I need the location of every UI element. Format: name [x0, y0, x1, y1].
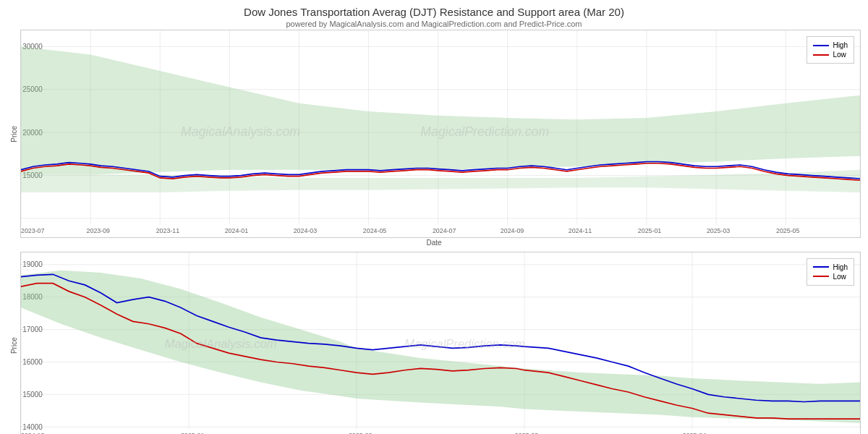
svg-text:2024-09: 2024-09: [501, 227, 524, 234]
bottom-legend-low: Low: [813, 273, 848, 281]
top-high-label: High: [833, 41, 848, 49]
charts-container: Price: [0, 30, 868, 434]
svg-text:2025-03: 2025-03: [707, 227, 730, 234]
bottom-chart-wrapper: Price: [7, 252, 861, 434]
svg-text:2024-01: 2024-01: [225, 227, 248, 234]
bottom-chart-inner: 19000 18000 17000 16000 15000 14000 2024…: [21, 252, 860, 434]
bottom-chart-svg: 19000 18000 17000 16000 15000 14000 2024…: [21, 252, 860, 434]
top-legend-low: Low: [813, 51, 848, 59]
svg-text:2024-05: 2024-05: [363, 227, 386, 234]
svg-text:2024-11: 2024-11: [569, 227, 592, 234]
svg-text:2024-12: 2024-12: [21, 431, 44, 434]
svg-text:2025-04: 2025-04: [683, 431, 706, 434]
svg-text:16000: 16000: [22, 357, 43, 365]
top-x-axis-label: Date: [7, 238, 861, 247]
bottom-high-line: [813, 266, 829, 268]
svg-text:2025-01: 2025-01: [181, 431, 204, 434]
top-chart-inner: 30000 25000 20000 15000 2023-07 2023-09 …: [21, 30, 860, 237]
bottom-high-label: High: [833, 263, 848, 271]
svg-marker-34: [21, 46, 860, 174]
subtitle: powered by MagicalAnalysis.com and Magic…: [0, 20, 868, 28]
svg-text:MagicalPrediction.com: MagicalPrediction.com: [404, 337, 525, 351]
top-low-line: [813, 54, 829, 56]
top-low-label: Low: [833, 51, 846, 59]
svg-text:2023-09: 2023-09: [87, 227, 110, 234]
main-title: Dow Jones Transportation Averag (DJT) Re…: [0, 6, 868, 18]
top-high-line: [813, 45, 829, 46]
svg-text:2025-05: 2025-05: [776, 227, 799, 234]
svg-text:17000: 17000: [22, 326, 43, 333]
top-y-axis-label: Price: [7, 30, 20, 238]
svg-text:15000: 15000: [22, 390, 43, 398]
bottom-y-axis-label: Price: [7, 252, 20, 434]
svg-text:14000: 14000: [22, 422, 43, 430]
bottom-chart-area: 19000 18000 17000 16000 15000 14000 2024…: [20, 252, 861, 434]
svg-text:2025-01: 2025-01: [638, 227, 661, 234]
bottom-legend-high: High: [813, 263, 848, 271]
svg-text:2024-07: 2024-07: [433, 227, 456, 234]
svg-text:MagicalAnalysis.com: MagicalAnalysis.com: [165, 337, 277, 351]
bottom-low-label: Low: [833, 273, 846, 281]
svg-text:2025-03: 2025-03: [515, 431, 538, 434]
top-chart-area: 30000 25000 20000 15000 2023-07 2023-09 …: [20, 30, 861, 238]
svg-text:MagicalAnalysis.com: MagicalAnalysis.com: [181, 124, 300, 139]
bottom-low-line: [813, 276, 829, 277]
svg-text:2025-02: 2025-02: [349, 431, 372, 434]
top-chart-legend: High Low: [807, 36, 854, 64]
page-container: Dow Jones Transportation Averag (DJT) Re…: [0, 0, 868, 434]
top-legend-high: High: [813, 41, 848, 49]
title-section: Dow Jones Transportation Averag (DJT) Re…: [0, 0, 868, 30]
svg-text:MagicalPrediction.com: MagicalPrediction.com: [420, 124, 549, 139]
svg-text:19000: 19000: [22, 260, 43, 268]
top-chart-wrapper: Price: [7, 30, 861, 238]
bottom-chart-legend: High Low: [807, 258, 854, 286]
svg-text:2023-11: 2023-11: [156, 227, 179, 234]
svg-text:2024-03: 2024-03: [294, 227, 317, 234]
svg-text:2023-07: 2023-07: [21, 227, 44, 234]
top-chart-svg: 30000 25000 20000 15000 2023-07 2023-09 …: [21, 30, 860, 237]
